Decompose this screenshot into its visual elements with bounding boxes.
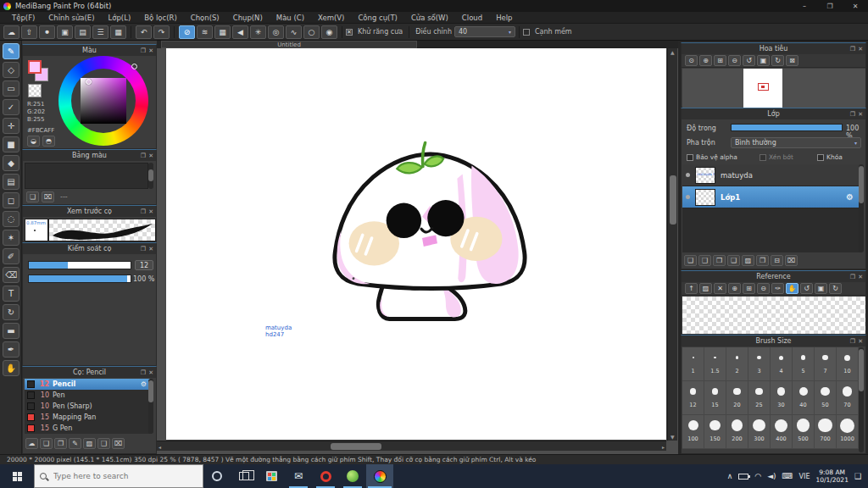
scrollbar-handle[interactable] [148,380,153,402]
brush-folder-button[interactable]: ▨ [83,438,96,449]
opera-button[interactable] [312,464,339,488]
rotate-view-tool-icon[interactable]: ↻ [3,304,19,320]
cloud-icon[interactable]: ☁ [3,25,19,39]
duplicate-brush-button[interactable]: ❑ [97,438,110,449]
menu-item[interactable]: Chọn(S) [184,14,226,22]
tray-expand-icon[interactable]: ∧ [727,472,733,480]
close-icon[interactable]: ✕ [148,208,153,215]
zoom-fit-button[interactable]: ⊞ [714,55,726,66]
scroll-left-icon[interactable]: ◂ [159,444,161,450]
material-panel-icon[interactable]: ☰ [92,25,108,39]
memo-icon[interactable]: ▣ [57,25,73,39]
popout-icon[interactable]: ❐ [850,46,855,53]
open-cloud-button[interactable]: ↑ [685,283,698,294]
layer-folder-button[interactable]: ▨ [742,255,754,266]
add-brush-button[interactable]: ❏ [40,438,53,449]
popout-icon[interactable]: ❐ [850,274,855,280]
zoom-out-button[interactable]: ⊖ [757,283,770,294]
magic-wand-tool-icon[interactable]: ✶ [3,230,19,246]
brush-size-cell[interactable]: 200 [726,415,748,449]
start-button[interactable] [0,464,34,488]
search-input[interactable] [52,471,187,481]
gradient-tool-icon[interactable]: ▤ [3,174,19,190]
popout-icon[interactable]: ❐ [141,246,146,252]
menu-item[interactable]: Help [489,14,519,22]
zoom-fit-button[interactable]: ⊞ [743,283,755,294]
brush-size-cell[interactable]: 12 [682,381,704,415]
brush-size-cell[interactable]: 25 [748,381,771,415]
scrollbar-handle[interactable] [859,166,864,203]
popout-icon[interactable]: ❐ [141,208,146,215]
green-app-button[interactable] [339,464,366,488]
gear-icon[interactable]: ⚙ [846,192,854,202]
mail-button[interactable]: ✉ [285,464,312,488]
close-icon[interactable]: ✕ [148,369,153,376]
horizontal-scrollbar[interactable]: ◂ ▸ [157,441,666,451]
close-icon[interactable]: ✕ [148,246,153,252]
blend-dropdown[interactable]: Bình thường ▾ [731,137,861,148]
brush-size-cell[interactable]: 4 [771,347,793,381]
brush-size-cell[interactable]: 700 [815,415,837,449]
popout-icon[interactable]: ❐ [141,47,146,54]
close-button[interactable]: ✕ [843,0,868,12]
brush-size-cell[interactable]: 300 [748,415,771,449]
clock[interactable]: 9:08 AM 10/1/2021 [815,469,848,484]
brush-size-cell[interactable]: 1 [682,347,704,381]
bucket-tool-icon[interactable]: ◆ [3,155,19,171]
popout-icon[interactable]: ❐ [141,369,146,376]
popout-icon[interactable]: ❐ [850,338,855,345]
redo-icon[interactable]: ↷ [153,25,170,39]
brush-size-cell[interactable]: 40 [793,381,815,415]
snap-radial-icon[interactable]: ✳ [250,25,266,39]
hand-tool-icon[interactable]: ✋ [3,360,19,376]
control-point-tool-icon[interactable]: ✓ [3,99,19,115]
notification-icon[interactable]: ❑ [854,472,861,480]
keyboard-icon[interactable]: ⌨ [782,472,793,480]
snap-curve-icon[interactable]: ∿ [286,25,302,39]
close-icon[interactable]: ✕ [858,111,863,118]
brush-size-cell[interactable]: 15 [704,381,726,415]
menu-item[interactable]: Tệp(F) [5,14,42,22]
popout-icon[interactable]: ❐ [850,111,855,118]
primary-color-swatch[interactable] [28,60,42,74]
brush-row[interactable]: 10 Pen ⚙ [25,390,150,401]
eyedropper-button[interactable]: ✑ [771,283,784,294]
brush-size-scrollbar[interactable] [859,347,864,452]
brush-size-cell[interactable]: 100 [682,415,704,449]
scrollbar-handle[interactable] [859,349,864,391]
snap-grid-icon[interactable]: ▦ [214,25,231,39]
menu-item[interactable]: Lớp(L) [102,14,138,22]
close-icon[interactable]: ✕ [148,152,153,159]
brush-size-cell[interactable]: 400 [771,415,793,449]
rotate-reset-button[interactable]: ▣ [757,55,770,66]
menu-item[interactable]: Cloud [455,14,489,22]
brush-size-cell[interactable]: 1.5 [704,347,726,381]
maximize-button[interactable]: ❐ [817,0,843,12]
canvas-page[interactable]: matuyda hd247 [166,48,666,440]
brush-row[interactable]: 10 Pen (Sharp) ⚙ [25,401,150,412]
grid-panel-icon[interactable]: ▦ [110,25,126,39]
menu-item[interactable]: Bộ lọc(R) [137,14,184,22]
scrollbar-handle[interactable] [148,169,153,181]
brush-size-cell[interactable]: 20 [726,381,748,415]
brush-size-cell[interactable]: 5 [793,347,815,381]
brush-size-slider[interactable] [28,261,131,269]
menu-item[interactable]: Cửa sổ(W) [404,14,455,22]
brush-size-cell[interactable]: 70 [837,381,859,415]
clipping-checkbox[interactable] [760,154,766,161]
vertical-scrollbar[interactable]: ▲ ▼ [667,48,677,441]
duplicate-layer-button[interactable]: ❐ [756,255,769,266]
delete-layer-button[interactable]: ⌧ [785,255,798,266]
zoom-out-button[interactable]: ⊖ [728,55,741,66]
undo-icon[interactable]: ↶ [136,25,152,39]
menu-item[interactable]: Công cụ(T) [351,14,404,22]
close-icon[interactable]: ✕ [858,46,863,53]
rotate-left-button[interactable]: ↺ [800,283,813,294]
brush-list-scrollbar[interactable] [148,379,153,434]
delete-palette-button[interactable]: ⌧ [42,191,54,202]
menu-item[interactable]: Màu (C) [270,14,311,22]
document-icon[interactable]: ▤ [75,25,91,39]
transparent-color-swatch[interactable] [28,84,42,97]
reference-content[interactable] [682,297,865,334]
brush-row[interactable]: 15 Mapping Pan ⚙ [25,412,150,423]
